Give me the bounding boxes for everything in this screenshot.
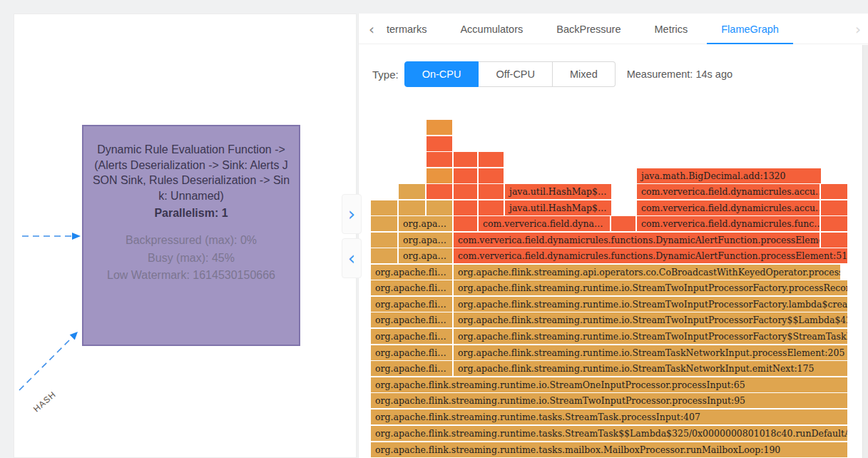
- chevron-right-icon: ›: [348, 205, 355, 223]
- job-node[interactable]: Dynamic Rule Evaluation Function -> (Ale…: [82, 125, 300, 346]
- flame-frame[interactable]: org.apache.fli…: [371, 280, 452, 295]
- flame-frame[interactable]: org.apache.flink.streaming.api.operators…: [454, 265, 840, 280]
- tabs: termarksAccumulatorsBackPressureMetricsF…: [387, 14, 779, 44]
- flame-frame[interactable]: [821, 200, 847, 215]
- job-node-title: Dynamic Rule Evaluation Function -> (Ale…: [92, 142, 290, 203]
- flame-frame[interactable]: [399, 200, 425, 215]
- flame-frame[interactable]: org.apache.flink.streaming.runtime.io.St…: [454, 297, 847, 312]
- flame-frame[interactable]: org.apache.flink.streaming.runtime.io.St…: [454, 329, 847, 344]
- flame-frame[interactable]: [821, 233, 847, 248]
- flame-frame[interactable]: [427, 120, 452, 135]
- flame-frame[interactable]: [454, 200, 477, 215]
- flame-frame[interactable]: [427, 184, 452, 199]
- tab-flamegraph[interactable]: FlameGraph: [721, 24, 779, 35]
- flame-frame[interactable]: org.apache.flink.streaming.runtime.tasks…: [371, 442, 847, 457]
- flame-frame[interactable]: [479, 152, 504, 167]
- tab-accumulators[interactable]: Accumulators: [460, 24, 523, 35]
- tab-termarks[interactable]: termarks: [387, 24, 427, 35]
- edge-arrowhead-right-icon: [72, 233, 81, 240]
- flame-frame[interactable]: [427, 152, 452, 167]
- type-option-mixed[interactable]: Mixed: [553, 61, 616, 87]
- flamegraph-controls: Type: On-CPUOff-CPUMixed Measurement: 14…: [372, 61, 732, 87]
- flame-frame[interactable]: com.ververica.field.dynamicrules.functio…: [454, 248, 847, 263]
- chevron-left-icon: ‹: [348, 249, 355, 268]
- type-radio-group: On-CPUOff-CPUMixed: [404, 61, 616, 87]
- flame-frame[interactable]: org.apache.flink.streaming.runtime.io.St…: [454, 361, 847, 376]
- flame-frame[interactable]: [454, 152, 477, 167]
- flame-frame[interactable]: [427, 136, 452, 151]
- flame-frame[interactable]: org.apache.fli…: [371, 345, 452, 360]
- flame-frame[interactable]: org.apache.flink.streaming.runtime.tasks…: [371, 409, 847, 424]
- flame-frame[interactable]: [371, 233, 397, 248]
- flame-frame[interactable]: [479, 168, 504, 183]
- chevron-right-icon: ›: [855, 21, 861, 38]
- flame-frame[interactable]: [427, 200, 452, 215]
- flame-frame[interactable]: [454, 216, 477, 231]
- flame-frame[interactable]: org.apache.flink.streaming.runtime.io.St…: [371, 393, 847, 408]
- measurement-age-label: Measurement: 14s ago: [627, 68, 732, 80]
- flame-frame[interactable]: java.math.BigDecimal.add:1320: [637, 168, 821, 183]
- flame-frame[interactable]: [371, 248, 397, 263]
- flame-frame[interactable]: com.ververica.field.dynamicrules.functio…: [454, 233, 820, 248]
- tabs-scroll-right-button[interactable]: ›: [855, 14, 861, 44]
- flame-frame[interactable]: com.ververica.field.dyna…: [479, 216, 610, 231]
- tab-bar: ‹ termarksAccumulatorsBackPressureMetric…: [359, 14, 868, 44]
- flame-frame[interactable]: org.apache.fli…: [371, 265, 452, 280]
- tab-backpressure[interactable]: BackPressure: [556, 24, 621, 35]
- panel-collapse-button[interactable]: ‹: [342, 238, 362, 278]
- flame-frame[interactable]: [479, 184, 504, 199]
- flame-frame[interactable]: [371, 200, 397, 215]
- type-option-off-cpu[interactable]: Off-CPU: [479, 61, 553, 87]
- flame-frame[interactable]: [479, 200, 504, 215]
- flame-frame[interactable]: com.ververica.field.dynamicrules.accu…: [637, 184, 820, 199]
- flame-frame[interactable]: org.apa…: [399, 216, 452, 231]
- tabs-scroll-left-button[interactable]: ‹: [369, 14, 374, 44]
- flame-frame[interactable]: [821, 216, 847, 231]
- flame-frame[interactable]: java.util.HashMap$…: [505, 184, 611, 199]
- flame-frame[interactable]: [399, 184, 425, 199]
- type-option-on-cpu[interactable]: On-CPU: [404, 61, 479, 87]
- flame-frame[interactable]: org.apache.flink.streaming.runtime.io.St…: [371, 377, 847, 392]
- flame-frame[interactable]: com.ververica.field.dynamicrules.func…: [637, 216, 820, 231]
- active-tab-ink-bar: [707, 43, 793, 44]
- flame-frame[interactable]: [371, 216, 397, 231]
- flame-frame[interactable]: org.apache.fli…: [371, 312, 452, 327]
- flame-frame[interactable]: org.apache.fli…: [371, 297, 452, 312]
- edge-line-diagonal: [19, 338, 71, 390]
- panel-expand-button[interactable]: ›: [342, 194, 362, 234]
- job-graph-panel: Dynamic Rule Evaluation Function -> (Ale…: [14, 14, 357, 458]
- chevron-left-icon: ‹: [369, 21, 374, 38]
- stat-low-watermark: Low Watermark: 1614530150666: [101, 267, 281, 285]
- edge-arrowhead-up-right-icon: [70, 332, 78, 340]
- flame-frame[interactable]: org.apache.flink.streaming.runtime.io.St…: [454, 345, 847, 360]
- tab-metrics[interactable]: Metrics: [655, 24, 688, 35]
- flame-frame[interactable]: org.apa…: [399, 248, 452, 263]
- flame-frame[interactable]: org.apache.flink.streaming.runtime.io.St…: [454, 280, 847, 295]
- type-label: Type:: [372, 68, 399, 81]
- vertical-scrollbar[interactable]: [862, 45, 868, 458]
- flame-frame[interactable]: [821, 184, 847, 199]
- flame-frame[interactable]: [454, 184, 477, 199]
- flame-frame[interactable]: [454, 168, 477, 183]
- job-node-parallelism: Parallelism: 1: [83, 207, 299, 220]
- flame-frame[interactable]: org.apache.flink.streaming.runtime.io.St…: [454, 312, 847, 327]
- flame-frame[interactable]: org.apache.fli…: [371, 361, 452, 376]
- flame-frame[interactable]: [427, 168, 452, 183]
- flame-frame[interactable]: com.ververica.field.dynamicrules.accu…: [637, 200, 820, 215]
- flame-frame[interactable]: [611, 216, 635, 231]
- flame-frame[interactable]: java.util.HashMap$…: [505, 200, 611, 215]
- stat-busy: Busy (max): 45%: [101, 250, 281, 268]
- flame-frame[interactable]: org.apache.fli…: [371, 329, 452, 344]
- flame-frame[interactable]: org.apache.flink.streaming.runtime.tasks…: [371, 426, 847, 441]
- edge-hash-label: HASH: [31, 390, 58, 414]
- job-node-stats: Backpressured (max): 0% Busy (max): 45% …: [101, 232, 281, 285]
- stat-backpressure: Backpressured (max): 0%: [101, 232, 281, 250]
- flame-frame[interactable]: org.apa…: [399, 233, 452, 248]
